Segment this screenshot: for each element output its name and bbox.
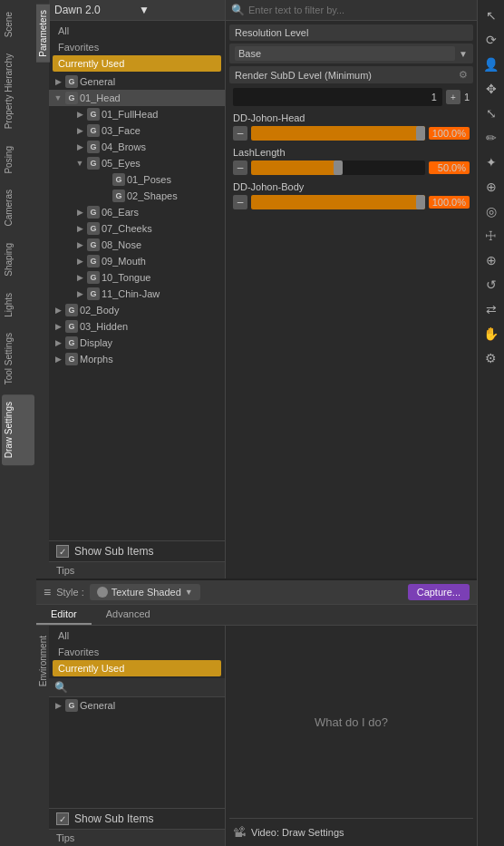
sidebar-item-shaping[interactable]: Shaping [2,236,34,284]
props-content: Resolution Level Base ▼ Render SubD Leve… [226,21,477,579]
bottom-filter-favorites[interactable]: Favorites [53,644,221,660]
video-text: Video: Draw Settings [251,827,344,838]
plus-move-icon[interactable]: ⊕ [480,176,502,198]
dawn-dropdown[interactable]: Dawn 2.0 ▼ [49,0,225,21]
tab-environment[interactable]: Environment [36,630,50,692]
toggle-general: ▶ [53,76,63,87]
filter-all[interactable]: All [53,23,221,39]
hamburger-icon[interactable]: ≡ [44,585,51,599]
tab-advanced[interactable]: Advanced [92,605,165,625]
slider-knob-2[interactable] [416,195,425,209]
label-08nose: 08_Nose [102,239,141,250]
slider-label-lash-length: LashLength [229,146,473,159]
render-sub-gear-icon[interactable]: ⚙ [459,69,468,81]
tab-editor[interactable]: Editor [36,605,92,625]
tree-item-08nose[interactable]: ▶ G 08_Nose [49,237,225,253]
tree-item-display[interactable]: ▶ G Display [49,335,225,351]
rotate-icon[interactable]: ⟳ [480,29,502,51]
tree-item-03face[interactable]: ▶ G 03_Face [49,122,225,139]
reset-icon[interactable]: ↺ [480,274,502,296]
slider-track-dd-johon-head[interactable]: – 100.0% [229,126,473,141]
cursor-icon[interactable]: ↖ [480,5,502,26]
bottom-tree: All Favorites Currently Used 🔍 ▶ G Gener… [49,626,226,846]
slider-track-0[interactable] [251,126,425,141]
right-bar: ↖ ⟳ 👤 ✥ ⤡ ✏ ✦ ⊕ ◎ ☩ ⊕ ↺ ⇄ ✋ ⚙ [477,0,504,846]
resolution-dropdown-row[interactable]: Base ▼ [229,44,473,63]
tree-item-03hidden[interactable]: ▶ G 03_Hidden [49,318,225,335]
tree-item-01poses[interactable]: G 01_Poses [49,171,225,188]
toggle-08nose: ▶ [74,239,85,250]
sidebar-item-lights[interactable]: Lights [2,286,34,325]
slider-minus-2[interactable]: – [233,195,247,209]
tips-bottom: Tips [49,829,225,846]
sidebar-item-posing[interactable]: Posing [2,139,34,181]
icon-02body: G [65,304,78,316]
render-sub-plus-icon[interactable]: + [446,90,460,104]
tree-item-general[interactable]: ▶ G General [49,73,225,90]
capture-button[interactable]: Capture... [408,584,470,600]
bottom-tree-item-general[interactable]: ▶ G General [49,697,225,714]
style-bar: ≡ Style : Texture Shaded ▼ Capture... [36,580,477,605]
hand-icon[interactable]: ✋ [480,323,502,345]
zoom-icon[interactable]: ⊕ [480,249,502,271]
brush-icon[interactable]: ✏ [480,127,502,149]
slider-fill-2 [251,195,425,209]
icon-08nose: G [87,238,100,251]
filter-currently-used[interactable]: Currently Used [53,55,221,72]
tree-item-morphs[interactable]: ▶ G Morphs [49,351,225,367]
style-mode-text: Texture Shaded [111,587,181,598]
orbit-icon[interactable]: ◎ [480,200,502,222]
tree-item-05eyes[interactable]: ▼ G 05_Eyes [49,155,225,171]
slider-minus-0[interactable]: – [233,126,247,141]
vtabs-bottom: Environment [36,626,49,846]
tree-item-fullhead[interactable]: ▶ G 01_FullHead [49,106,225,122]
slider-track-dd-johon-body[interactable]: – 100.0% [229,195,473,209]
render-sub-number: 1 [464,92,470,102]
slider-track-2[interactable] [251,195,425,209]
label-02body: 02_Body [80,305,119,316]
resolution-value[interactable]: Base [235,46,455,61]
toggle-05eyes: ▼ [74,158,85,169]
tree-item-02body[interactable]: ▶ G 02_Body [49,302,225,318]
scale-icon[interactable]: ⤡ [480,102,502,124]
magic-icon[interactable]: ✦ [480,151,502,173]
bottom-filter-all[interactable]: All [53,627,221,644]
filter-favorites[interactable]: Favorites [53,39,221,55]
bottom-show-sub-checkbox[interactable]: ✓ [56,812,69,825]
slider-track-1[interactable] [251,160,425,175]
sidebar-item-draw-settings[interactable]: Draw Settings [2,394,34,465]
show-sub-checkbox[interactable]: ✓ [56,545,69,558]
pan-icon[interactable]: ☩ [480,225,502,247]
sidebar-item-tool-settings[interactable]: Tool Settings [2,326,34,392]
icon-03hidden: G [65,320,78,333]
tree-item-06ears[interactable]: ▶ G 06_Ears [49,204,225,220]
sidebar-item-cameras[interactable]: Cameras [2,182,34,234]
slider-knob-1[interactable] [334,160,343,175]
style-mode-button[interactable]: Texture Shaded ▼ [90,584,200,600]
slider-minus-1[interactable]: – [233,160,247,175]
tab-parameters[interactable]: Parameters [36,5,50,63]
show-sub-items-bottom[interactable]: ✓ Show Sub Items [49,808,225,829]
bottom-filter-currently-used[interactable]: Currently Used [53,660,221,676]
filter-tabs: All Favorites Currently Used [49,21,225,73]
search-input[interactable] [248,5,471,15]
tree-item-10tongue[interactable]: ▶ G 10_Tongue [49,269,225,286]
icon-morphs: G [65,353,78,365]
tree-item-11chinjaw[interactable]: ▶ G 11_Chin-Jaw [49,286,225,302]
slider-knob-0[interactable] [416,126,425,141]
settings-icon[interactable]: ⚙ [480,347,502,369]
person-icon[interactable]: 👤 [480,53,502,75]
transform-icon[interactable]: ⇄ [480,298,502,320]
tree-item-01head[interactable]: ▼ G 01_Head [49,90,225,106]
tree-item-02shapes[interactable]: G 02_Shapes [49,188,225,204]
sidebar-item-scene[interactable]: Scene [2,5,34,44]
sidebar-item-property-hierarchy[interactable]: Property Hierarchy [2,46,34,136]
tree-item-09mouth[interactable]: ▶ G 09_Mouth [49,253,225,269]
slider-fill-1 [251,160,338,175]
show-sub-items-top[interactable]: ✓ Show Sub Items [49,540,225,561]
dropdown-arrow-icon: ▼ [139,4,219,16]
tree-item-07cheeks[interactable]: ▶ G 07_Cheeks [49,220,225,237]
slider-track-lash-length[interactable]: – 50.0% [229,160,473,175]
move-icon[interactable]: ✥ [480,78,502,100]
tree-item-04brows[interactable]: ▶ G 04_Brows [49,139,225,155]
